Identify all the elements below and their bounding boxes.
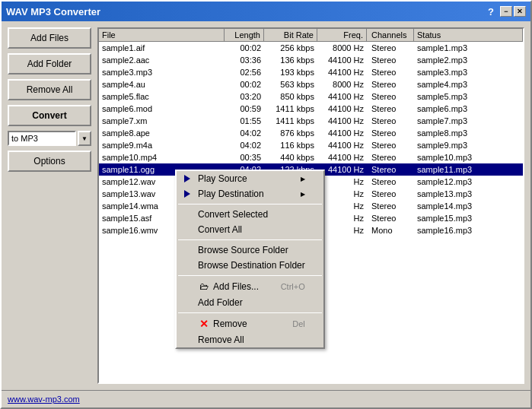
cell-channels: Stereo bbox=[367, 43, 414, 53]
cell-file: sample4.au bbox=[99, 79, 225, 90]
ctx-browse-source[interactable]: Browse Source Folder bbox=[177, 243, 323, 258]
title-bar-controls: ? − ✕ bbox=[488, 6, 526, 17]
cell-status: sample2.mp3 bbox=[414, 55, 523, 65]
cell-status: sample1.mp3 bbox=[414, 43, 523, 53]
cell-freq: 44100 Hz bbox=[317, 128, 367, 138]
cell-bitrate: 1411 kbps bbox=[264, 116, 317, 126]
cell-channels: Stereo bbox=[367, 79, 414, 90]
cell-status: sample15.mp3 bbox=[414, 213, 523, 224]
cell-channels: Stereo bbox=[367, 152, 414, 163]
ctx-sep-1 bbox=[178, 204, 322, 204]
cell-length: 00:02 bbox=[225, 43, 264, 53]
ctx-play-dest[interactable]: Play Destination bbox=[177, 186, 323, 201]
cell-length: 03:36 bbox=[225, 55, 264, 65]
cell-length: 00:59 bbox=[225, 103, 264, 114]
remove-all-button[interactable]: Remove All bbox=[8, 79, 91, 100]
cell-length: 03:20 bbox=[225, 91, 264, 102]
cell-status: sample14.mp3 bbox=[414, 201, 523, 211]
convert-button[interactable]: Convert bbox=[8, 105, 91, 126]
cell-length: 00:02 bbox=[225, 79, 264, 90]
title-bar: WAV MP3 Converter ? − ✕ bbox=[2, 2, 530, 21]
col-header-freq: Freq. bbox=[317, 29, 367, 41]
table-row[interactable]: sample10.mp4 00:35 440 kbps 44100 Hz Ste… bbox=[99, 151, 523, 163]
cell-channels: Stereo bbox=[367, 116, 414, 126]
cell-length: 01:55 bbox=[225, 116, 264, 126]
ctx-add-files[interactable]: 🗁 Add Files... Ctrl+O bbox=[177, 278, 323, 295]
help-button[interactable]: ? bbox=[488, 6, 494, 17]
cell-status: sample5.mp3 bbox=[414, 91, 523, 102]
ctx-remove-all-label: Remove All bbox=[198, 334, 244, 345]
col-header-bitrate: Bit Rate bbox=[264, 29, 317, 41]
cell-status: sample16.mp3 bbox=[414, 225, 523, 236]
cell-file: sample10.mp4 bbox=[99, 152, 225, 163]
cell-channels: Stereo bbox=[367, 103, 414, 114]
ctx-browse-source-label: Browse Source Folder bbox=[198, 245, 288, 255]
play-dest-icon bbox=[181, 188, 193, 200]
ctx-sep-3 bbox=[178, 275, 322, 276]
cell-freq: 44100 Hz bbox=[317, 116, 367, 126]
options-button[interactable]: Options bbox=[8, 151, 91, 172]
cell-length: 00:35 bbox=[225, 152, 264, 163]
cell-channels: Stereo bbox=[367, 55, 414, 65]
ctx-remove[interactable]: ✕ Remove Del bbox=[177, 315, 323, 332]
cell-freq: 44100 Hz bbox=[317, 55, 367, 65]
ctx-browse-dest-label: Browse Destination Folder bbox=[198, 260, 305, 271]
format-select[interactable]: to MP3 to WAV to OGG to FLAC to AAC bbox=[8, 131, 76, 146]
ctx-convert-selected[interactable]: Convert Selected bbox=[177, 207, 323, 222]
close-button[interactable]: ✕ bbox=[514, 6, 526, 17]
table-row[interactable]: sample1.aif 00:02 256 kbps 8000 Hz Stere… bbox=[99, 42, 523, 54]
ctx-remove-all[interactable]: Remove All bbox=[177, 332, 323, 347]
cell-file: sample1.aif bbox=[99, 43, 225, 53]
cell-file: sample3.mp3 bbox=[99, 67, 225, 78]
bottom-bar: www.wav-mp3.com bbox=[2, 390, 530, 407]
table-row[interactable]: sample4.au 00:02 563 kbps 8000 Hz Stereo… bbox=[99, 78, 523, 90]
table-row[interactable]: sample3.mp3 02:56 193 kbps 44100 Hz Ster… bbox=[99, 66, 523, 78]
format-dropdown-arrow[interactable]: ▼ bbox=[78, 131, 91, 146]
col-header-length: Length bbox=[225, 29, 264, 41]
add-files-button[interactable]: Add Files bbox=[8, 27, 91, 49]
add-files-icon: 🗁 bbox=[198, 281, 210, 293]
table-row[interactable]: sample9.m4a 04:02 116 kbps 44100 Hz Ster… bbox=[99, 139, 523, 151]
cell-file: sample6.mod bbox=[99, 103, 225, 114]
cell-freq: 8000 Hz bbox=[317, 79, 367, 90]
col-header-status: Status bbox=[414, 29, 523, 41]
cell-file: sample9.m4a bbox=[99, 140, 225, 151]
ctx-convert-all[interactable]: Convert All bbox=[177, 222, 323, 237]
cell-bitrate: 440 kbps bbox=[264, 152, 317, 163]
minimize-button[interactable]: − bbox=[500, 6, 512, 17]
cell-freq: 8000 Hz bbox=[317, 43, 367, 53]
website-link[interactable]: www.wav-mp3.com bbox=[8, 395, 80, 404]
cell-channels: Stereo bbox=[367, 91, 414, 102]
table-row[interactable]: sample2.aac 03:36 136 kbps 44100 Hz Ster… bbox=[99, 54, 523, 66]
add-folder-button[interactable]: Add Folder bbox=[8, 53, 91, 75]
ctx-convert-selected-label: Convert Selected bbox=[198, 209, 268, 220]
ctx-remove-label: Remove bbox=[213, 319, 247, 329]
cell-freq: 44100 Hz bbox=[317, 103, 367, 114]
ctx-sep-2 bbox=[178, 239, 322, 240]
ctx-play-source[interactable]: Play Source bbox=[177, 171, 323, 186]
left-panel: Add Files Add Folder Remove All Convert … bbox=[8, 27, 91, 384]
main-content: Add Files Add Folder Remove All Convert … bbox=[2, 21, 530, 390]
cell-channels: Stereo bbox=[367, 140, 414, 151]
cell-freq: Hz bbox=[317, 213, 367, 224]
ctx-add-folder[interactable]: Add Folder bbox=[177, 295, 323, 310]
cell-channels: Stereo bbox=[367, 128, 414, 138]
table-row[interactable]: sample6.mod 00:59 1411 kbps 44100 Hz Ste… bbox=[99, 103, 523, 115]
table-row[interactable]: sample8.ape 04:02 876 kbps 44100 Hz Ster… bbox=[99, 127, 523, 139]
cell-freq: 44100 Hz bbox=[317, 152, 367, 163]
cell-status: sample9.mp3 bbox=[414, 140, 523, 151]
ctx-add-files-shortcut: Ctrl+O bbox=[281, 282, 305, 291]
cell-file: sample7.xm bbox=[99, 116, 225, 126]
ctx-browse-dest[interactable]: Browse Destination Folder bbox=[177, 258, 323, 273]
table-row[interactable]: sample7.xm 01:55 1411 kbps 44100 Hz Ster… bbox=[99, 115, 523, 127]
cell-status: sample12.mp3 bbox=[414, 176, 523, 187]
cell-freq: Hz bbox=[317, 225, 367, 236]
table-row[interactable]: sample5.flac 03:20 850 kbps 44100 Hz Ste… bbox=[99, 90, 523, 103]
cell-channels: Mono bbox=[367, 225, 414, 236]
cell-channels: Stereo bbox=[367, 164, 414, 175]
cell-freq: Hz bbox=[317, 189, 367, 199]
file-list-header: File Length Bit Rate Freq. Channels Stat… bbox=[99, 29, 523, 42]
cell-bitrate: 136 kbps bbox=[264, 55, 317, 65]
cell-file: sample5.flac bbox=[99, 91, 225, 102]
cell-bitrate: 876 kbps bbox=[264, 128, 317, 138]
